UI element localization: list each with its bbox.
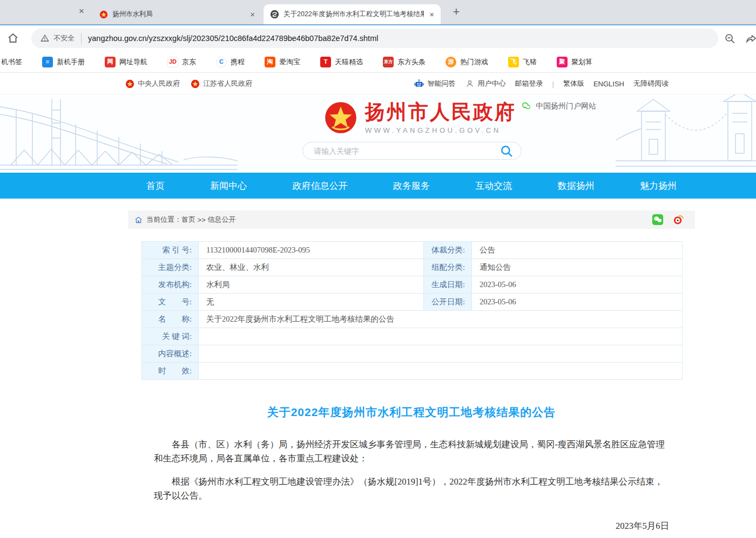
weibo-share-icon[interactable] <box>672 214 684 226</box>
meta-value-title: 关于2022年度扬州市水利工程文明工地考核结果的公告 <box>199 311 682 328</box>
search-input[interactable] <box>314 147 500 155</box>
meta-value-genre: 公告 <box>472 242 682 258</box>
site-banner: 扬州市人民政府 WWW.YANGZHOU.GOV.CN 中国扬州门户网站 <box>0 94 756 173</box>
meta-label-created-date: 生成日期: <box>424 276 471 293</box>
link-central-government[interactable]: 中央人民政府 <box>125 79 180 88</box>
breadcrumb-home-link[interactable]: 首页 <box>181 215 195 224</box>
banner-art-left <box>0 96 238 173</box>
document-meta-table: 索 引 号: 11321000014407098E-2023-095 体裁分类:… <box>141 241 683 380</box>
bookmark-url-navigation[interactable]: 网 网址导航 <box>105 57 147 67</box>
bookmark-new-phone-manual[interactable]: ≡ 新机手册 <box>42 57 85 67</box>
meta-value-issuer: 水利局 <box>199 276 423 293</box>
nav-item-services[interactable]: 政务服务 <box>393 180 430 192</box>
bookmark-juhuasuan[interactable]: 聚 聚划算 <box>557 57 592 67</box>
fliggy-icon: 飞 <box>508 57 519 67</box>
meta-value-index-no: 11321000014407098E-2023-095 <box>199 242 423 258</box>
meta-value-group: 通知公告 <box>472 259 682 276</box>
tab-close-icon[interactable]: × <box>249 10 256 19</box>
meta-label-group: 组配分类: <box>424 259 471 276</box>
home-icon[interactable] <box>6 32 19 45</box>
nav-item-gov-info[interactable]: 政府信息公开 <box>293 180 348 192</box>
wechat-icon <box>521 101 531 111</box>
games-icon: 游 <box>446 57 456 67</box>
link-accessibility[interactable]: 无障碍阅读 <box>633 79 669 88</box>
meta-label-genre: 体裁分类: <box>424 242 471 258</box>
robot-icon <box>414 78 424 89</box>
tab-close-icon[interactable]: × <box>428 10 435 19</box>
browser-tabstrip: × 扬州市水利局 × 关于2022年度扬州市水利工程文明工地考核结果的公告 × … <box>0 0 756 24</box>
topbar-separator: | <box>552 80 554 88</box>
page-content: 当前位置： 首页 >> 信息公开 索 引 号: 1132100001440709… <box>0 199 756 538</box>
share-icon[interactable] <box>745 32 756 45</box>
article-date: 2023年5月6日 <box>154 520 669 532</box>
meta-label-keywords: 关 键 词: <box>142 328 198 345</box>
link-smart-qa[interactable]: 智能问答 <box>414 78 456 89</box>
meta-label-title: 名 称: <box>142 311 198 328</box>
nav-item-charm[interactable]: 魅力扬州 <box>640 180 677 192</box>
meta-label-topic: 主题分类: <box>142 259 198 276</box>
eastday-icon: 东方 <box>383 57 394 67</box>
national-emblem-icon <box>191 79 200 88</box>
nav-item-news[interactable]: 新闻中心 <box>210 180 247 192</box>
meta-value-created-date: 2023-05-06 <box>472 276 682 293</box>
link-mail-login[interactable]: 邮箱登录 <box>515 79 543 88</box>
national-emblem-icon <box>324 101 357 134</box>
breadcrumb-prefix: 当前位置： <box>146 215 181 224</box>
bookmark-tmall[interactable]: T 天猫精选 <box>320 57 363 67</box>
site-topbar: 中央人民政府 江苏省人民政府 智能问答 用户中心 邮箱登录 | 繁体版 <box>0 73 756 94</box>
security-label: 不安全 <box>53 33 75 43</box>
bookmark-fliggy[interactable]: 飞 飞猪 <box>508 57 537 67</box>
new-tab-button[interactable]: + <box>448 4 464 20</box>
search-box[interactable] <box>302 142 522 160</box>
zoom-out-icon[interactable] <box>724 32 736 45</box>
nav-item-data[interactable]: 数据扬州 <box>558 180 595 192</box>
bookmark-eastday[interactable]: 东方 东方头条 <box>383 57 426 67</box>
national-emblem-icon <box>99 10 108 19</box>
portal-label: 中国扬州门户网站 <box>536 101 596 111</box>
link-traditional-version[interactable]: 繁体版 <box>563 79 584 88</box>
meta-label-doc-no: 文 号: <box>142 294 198 310</box>
link-user-center[interactable]: 用户中心 <box>465 79 506 88</box>
ghost-tab-close-icon[interactable]: × <box>79 6 84 17</box>
meta-value-validity <box>199 363 682 379</box>
tab-yangzhou-water-bureau[interactable]: 扬州市水利局 × <box>93 4 261 24</box>
address-divider <box>81 33 82 44</box>
tmall-icon: T <box>320 57 331 67</box>
warning-triangle-icon[interactable] <box>40 33 50 43</box>
main-nav: 首页 新闻中心 政府信息公开 政务服务 互动交流 数据扬州 魅力扬州 <box>0 173 756 199</box>
breadcrumb: 当前位置： 首页 >> 信息公开 <box>128 210 695 229</box>
wechat-share-icon[interactable] <box>652 214 664 226</box>
site-logo[interactable]: 扬州市人民政府 WWW.YANGZHOU.GOV.CN <box>324 101 516 134</box>
meta-value-doc-no: 无 <box>199 294 423 310</box>
nav-item-interaction[interactable]: 互动交流 <box>475 180 512 192</box>
link-english-version[interactable]: ENGLISH <box>593 80 624 88</box>
link-jiangsu-government[interactable]: 江苏省人民政府 <box>191 79 252 88</box>
banner-art-right <box>616 94 756 173</box>
meta-label-validity: 时 效: <box>142 363 198 379</box>
article-paragraph: 各县（市、区）水利（务）局，扬州经济开发区城乡事务管理局，生态科技新城规划建设局… <box>154 438 669 466</box>
meta-value-keywords <box>199 328 682 345</box>
bookmark-ctrip[interactable]: C 携程 <box>216 57 245 67</box>
bookmark-aitaobao[interactable]: 淘 爱淘宝 <box>265 57 300 67</box>
nav-item-home[interactable]: 首页 <box>146 180 165 192</box>
breadcrumb-section-link[interactable]: 信息公开 <box>207 215 235 224</box>
portal-label-row: 中国扬州门户网站 <box>521 101 596 111</box>
article-body: 各县（市、区）水利（务）局，扬州经济开发区城乡事务管理局，生态科技新城规划建设局… <box>128 438 695 538</box>
manual-icon: ≡ <box>42 57 53 67</box>
national-emblem-icon <box>125 79 134 88</box>
site-favicon <box>270 10 279 19</box>
bookmark-hot-games[interactable]: 游 热门游戏 <box>446 57 488 67</box>
meta-label-summary: 内容概述: <box>142 345 198 362</box>
bookmark-mobile-bookmarks[interactable]: 机书签 <box>1 57 22 67</box>
url-text[interactable]: yangzhou.gov.cn/yzszxxgk/slj/202305/210c… <box>88 34 378 43</box>
bookmark-jd[interactable]: JD 京东 <box>167 57 196 67</box>
bookmarks-bar: 机书签 ≡ 新机手册 网 网址导航 JD 京东 C 携程 淘 爱淘宝 T 天猫精… <box>0 51 756 73</box>
tab-active-announcement[interactable]: 关于2022年度扬州市水利工程文明工地考核结果的公告 × <box>264 4 441 24</box>
meta-label-issuer: 发布机构: <box>142 276 198 293</box>
meta-value-summary <box>199 345 682 362</box>
taobao-icon: 淘 <box>265 57 275 67</box>
address-bar[interactable]: 不安全 yangzhou.gov.cn/yzszxxgk/slj/202305/… <box>31 29 718 48</box>
site-url: WWW.YANGZHOU.GOV.CN <box>365 126 516 134</box>
tab-title: 关于2022年度扬州市水利工程文明工地考核结果的公告 <box>284 10 424 19</box>
search-icon[interactable] <box>500 144 514 158</box>
